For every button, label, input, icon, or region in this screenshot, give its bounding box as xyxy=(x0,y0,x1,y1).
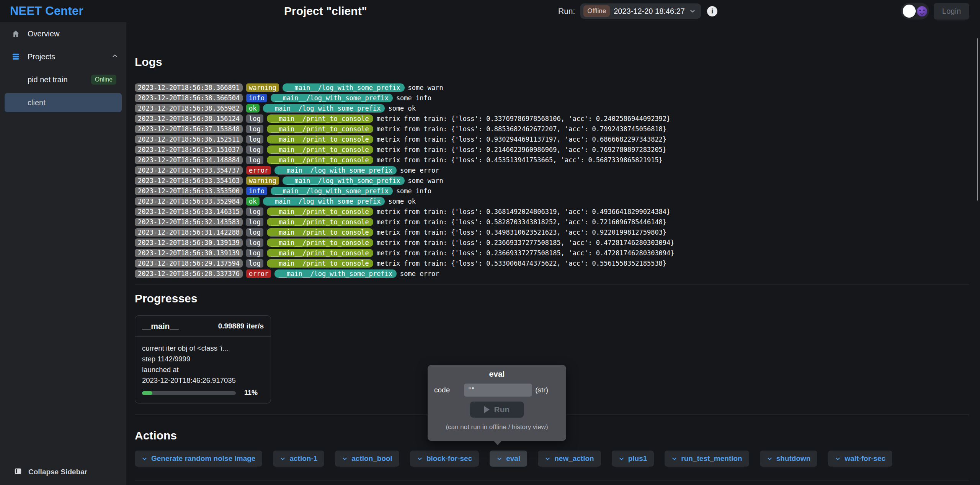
progress-bar-track xyxy=(142,391,236,395)
log-message: some error xyxy=(400,270,439,278)
log-timestamp: 2023-12-20T18:56:33.146315 xyxy=(135,207,243,216)
sidebar-project-item[interactable]: pid net trainOnline xyxy=(5,68,122,91)
log-row: 2023-12-20T18:56:35.151037log__main__/pr… xyxy=(135,144,969,155)
log-row: 2023-12-20T18:56:32.143583log__main__/pr… xyxy=(135,217,969,227)
progress-card-header: __main__ 0.99889 iter/s xyxy=(135,316,271,337)
action-button-generate-random-noise-image[interactable]: Generate random noise image xyxy=(135,451,262,467)
projects-icon xyxy=(11,52,21,61)
log-level-badge: log xyxy=(246,114,263,123)
log-timestamp: 2023-12-20T18:56:35.151037 xyxy=(135,145,243,154)
scrollbar-thumb[interactable] xyxy=(977,38,978,201)
app-root: NEET Center Project "client" Run: Offlin… xyxy=(0,0,980,485)
log-logger-badge: __main__/print_to_console xyxy=(267,114,373,123)
log-level-badge: log xyxy=(246,125,263,133)
log-timestamp: 2023-12-20T18:56:36.152511 xyxy=(135,135,243,144)
collapse-sidebar-button[interactable]: Collapse Sidebar xyxy=(0,464,126,480)
log-logger-badge: __main__/print_to_console xyxy=(267,238,373,247)
run-button-label: Run xyxy=(494,405,510,414)
progress-bar-fill xyxy=(142,391,152,395)
log-timestamp: 2023-12-20T18:56:30.139139 xyxy=(135,238,243,247)
action-button-label: Generate random noise image xyxy=(151,454,255,463)
action-button-action-bool[interactable]: action_bool xyxy=(335,451,399,467)
log-timestamp: 2023-12-20T18:56:31.142288 xyxy=(135,228,243,237)
progress-detail-line: 2023-12-20T18:46:26.917035 xyxy=(142,375,264,386)
log-level-badge: log xyxy=(246,249,263,257)
log-logger-badge: __main__/print_to_console xyxy=(267,156,373,164)
log-level-badge: info xyxy=(246,187,267,195)
log-level-badge: warning xyxy=(246,83,279,92)
log-message: some ok xyxy=(388,105,416,112)
log-message: some ok xyxy=(388,198,416,205)
log-list: 2023-12-20T18:56:38.366891warning__main_… xyxy=(135,82,969,279)
log-timestamp: 2023-12-20T18:56:28.337376 xyxy=(135,269,243,278)
action-button-eval[interactable]: eval xyxy=(490,451,527,467)
log-logger-badge: __main__/log_with_some_prefix xyxy=(263,197,385,206)
progress-percent: 11% xyxy=(244,389,258,397)
log-row: 2023-12-20T18:56:29.137594log__main__/pr… xyxy=(135,258,969,268)
log-message: some error xyxy=(400,167,439,174)
log-level-badge: log xyxy=(246,259,263,268)
sidebar-item-label: Projects xyxy=(28,52,112,61)
chevron-down-icon xyxy=(689,8,696,14)
code-input[interactable] xyxy=(464,384,532,397)
log-message: some warn xyxy=(408,177,443,185)
sidebar-item-projects[interactable]: Projects xyxy=(0,45,126,68)
action-button-label: wait-for-sec xyxy=(844,454,885,463)
action-button-run-test-mention[interactable]: run_test_mention xyxy=(665,451,749,467)
log-level-badge: warning xyxy=(246,176,279,185)
action-button-label: run_test_mention xyxy=(681,454,742,463)
run-button[interactable]: Run xyxy=(470,402,524,418)
action-button-block-for-sec[interactable]: block-for-sec xyxy=(410,451,479,467)
log-row: 2023-12-20T18:56:37.153848log__main__/pr… xyxy=(135,124,969,134)
eval-popover-title: eval xyxy=(428,369,566,379)
login-button[interactable]: Login xyxy=(934,3,969,20)
log-message: metrix from train: {'loss': 0.2366933727… xyxy=(377,249,675,257)
chevron-down-icon xyxy=(545,456,550,462)
log-row: 2023-12-20T18:56:30.139139log__main__/pr… xyxy=(135,237,969,248)
log-row: 2023-12-20T18:56:34.148884log__main__/pr… xyxy=(135,155,969,165)
log-logger-badge: __main__/log_with_some_prefix xyxy=(271,187,393,195)
log-logger-badge: __main__/print_to_console xyxy=(267,228,373,237)
action-button-label: action-1 xyxy=(289,454,317,463)
log-timestamp: 2023-12-20T18:56:38.156124 xyxy=(135,114,243,123)
log-logger-badge: __main__/print_to_console xyxy=(267,207,373,216)
app-logo[interactable]: NEET Center xyxy=(10,4,83,18)
log-row: 2023-12-20T18:56:38.366891warning__main_… xyxy=(135,82,969,93)
action-button-shutdown[interactable]: shutdown xyxy=(760,451,818,467)
eval-popover-note: (can not run in offline / history view) xyxy=(428,423,566,431)
sidebar: Overview Projects pid net trainOnlinecli… xyxy=(0,22,126,485)
chevron-down-icon xyxy=(280,456,286,462)
log-level-badge: ok xyxy=(246,104,259,113)
log-logger-badge: __main__/print_to_console xyxy=(267,259,373,268)
progress-card: __main__ 0.99889 iter/s current iter obj… xyxy=(135,315,271,403)
chevron-down-icon xyxy=(619,456,624,462)
log-timestamp: 2023-12-20T18:56:30.139139 xyxy=(135,249,243,257)
log-row: 2023-12-20T18:56:28.337376error__main__/… xyxy=(135,268,969,279)
action-button-plus1[interactable]: plus1 xyxy=(612,451,654,467)
log-logger-badge: __main__/log_with_some_prefix xyxy=(263,104,385,113)
log-timestamp: 2023-12-20T18:56:29.137594 xyxy=(135,259,243,268)
log-message: metrix from train: {'loss': 0.3376978697… xyxy=(377,115,671,122)
run-select-dropdown[interactable]: Offline 2023-12-20 18:46:27 xyxy=(580,3,701,19)
log-message: metrix from train: {'loss': 0.4535139417… xyxy=(377,156,663,164)
avatar[interactable] xyxy=(901,3,929,20)
log-row: 2023-12-20T18:56:30.139139log__main__/pr… xyxy=(135,248,969,258)
action-button-label: block-for-sec xyxy=(426,454,472,463)
log-level-badge: log xyxy=(246,145,263,154)
chevron-down-icon xyxy=(342,456,348,462)
info-icon[interactable]: i xyxy=(707,6,717,16)
eval-popover: eval code (str) Run (can not run in offl… xyxy=(428,365,566,441)
log-row: 2023-12-20T18:56:38.156124log__main__/pr… xyxy=(135,113,969,124)
log-row: 2023-12-20T18:56:31.142288log__main__/pr… xyxy=(135,227,969,237)
sidebar-item-label: Overview xyxy=(28,29,118,38)
action-button-wait-for-sec[interactable]: wait-for-sec xyxy=(828,451,892,467)
action-button-new-action[interactable]: new_action xyxy=(538,451,601,467)
sidebar-item-overview[interactable]: Overview xyxy=(0,22,126,45)
sidebar-project-item[interactable]: client xyxy=(5,93,122,112)
log-logger-badge: __main__/print_to_console xyxy=(267,218,373,226)
sidebar-project-list: pid net trainOnlineclient xyxy=(0,68,126,112)
log-row: 2023-12-20T18:56:38.366504info__main__/l… xyxy=(135,93,969,103)
log-level-badge: log xyxy=(246,135,263,144)
run-status-badge: Offline xyxy=(583,5,610,17)
action-button-action-1[interactable]: action-1 xyxy=(273,451,324,467)
